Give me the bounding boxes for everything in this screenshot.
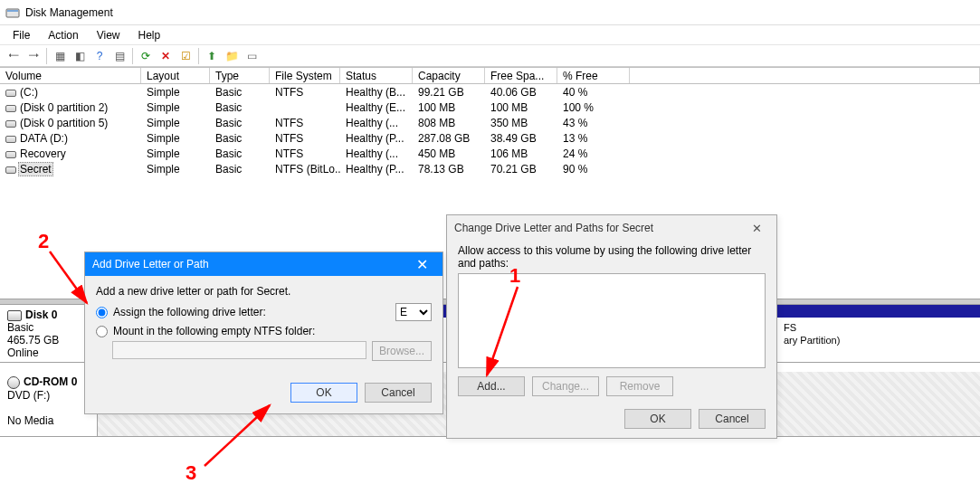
- toolbar: ⭠ ⭢ ▦ ◧ ? ▤ ⟳ ✕ ☑ ⬆ 📁 ▭: [0, 45, 980, 67]
- disk0-ntfs-label: FS: [784, 322, 796, 333]
- app-icon: [5, 5, 20, 20]
- add-ok-button[interactable]: OK: [290, 383, 357, 403]
- close-icon[interactable]: ✕: [745, 218, 769, 239]
- cdrom-label: CD-ROM 0: [24, 375, 77, 388]
- volume-icon: [5, 105, 16, 112]
- volume-icon: [5, 166, 16, 174]
- disk0-ntfs-status: ary Partition): [784, 335, 840, 346]
- toolbar-folder-icon[interactable]: 📁: [222, 47, 242, 65]
- toolbar-help-icon[interactable]: ?: [90, 47, 109, 65]
- svg-line-3: [50, 252, 87, 303]
- cdrom-info: CD-ROM 0 DVD (F:) No Media: [0, 372, 98, 436]
- menu-help[interactable]: Help: [129, 27, 170, 43]
- mount-folder-radio[interactable]: [96, 326, 108, 337]
- dialog-add-title: Add Drive Letter or Path: [92, 258, 209, 270]
- app-title: Disk Management: [25, 6, 113, 19]
- dialog-change-title: Change Drive Letter and Paths for Secret: [454, 222, 653, 234]
- disk0-info: Disk 0 Basic 465.75 GB Online: [0, 305, 98, 362]
- mount-folder-label: Mount in the following empty NTFS folder…: [113, 325, 315, 337]
- cdrom-status: No Media: [7, 414, 53, 427]
- volume-row[interactable]: DATA (D:)SimpleBasicNTFSHealthy (P...287…: [0, 131, 980, 147]
- volume-icon: [5, 120, 16, 128]
- col-layout[interactable]: Layout: [141, 68, 210, 83]
- annotation-2: 2: [38, 230, 49, 253]
- toolbar-box3-icon[interactable]: ▤: [109, 47, 129, 65]
- disk0-label: Disk 0: [25, 308, 57, 321]
- add-button[interactable]: Add...: [458, 376, 525, 396]
- disk0-size: 465.75 GB: [7, 334, 59, 346]
- col-pct[interactable]: % Free: [557, 68, 630, 83]
- volume-grid[interactable]: (C:)SimpleBasicNTFSHealthy (B...99.21 GB…: [0, 84, 980, 177]
- col-type[interactable]: Type: [210, 68, 270, 83]
- browse-button: Browse...: [372, 341, 432, 361]
- dialog-add-drive-letter: Add Drive Letter or Path ✕ Add a new dri…: [84, 252, 443, 414]
- disk0-status: Online: [7, 346, 39, 359]
- remove-button: Remove: [606, 376, 673, 396]
- disk0-type: Basic: [7, 321, 33, 334]
- add-cancel-button[interactable]: Cancel: [365, 383, 432, 403]
- drive-letter-select[interactable]: E: [395, 303, 432, 321]
- title-bar: Disk Management: [0, 0, 980, 25]
- change-button: Change...: [532, 376, 599, 396]
- drive-letter-list[interactable]: [458, 273, 766, 368]
- toolbar-new-icon[interactable]: ▭: [242, 47, 262, 65]
- volume-row[interactable]: RecoverySimpleBasicNTFSHealthy (...450 M…: [0, 147, 980, 162]
- toolbar-up-icon[interactable]: ⬆: [202, 47, 222, 65]
- annotation-3: 3: [186, 461, 196, 485]
- volume-icon: [5, 90, 16, 97]
- toolbar-forward-icon[interactable]: ⭢: [24, 47, 43, 65]
- menu-action[interactable]: Action: [39, 27, 87, 43]
- volume-row[interactable]: (Disk 0 partition 2)SimpleBasicHealthy (…: [0, 100, 980, 116]
- menu-view[interactable]: View: [88, 27, 129, 43]
- toolbar-box1-icon[interactable]: ▦: [50, 47, 70, 65]
- close-icon[interactable]: ✕: [409, 252, 435, 277]
- volume-icon: [5, 151, 16, 158]
- toolbar-refresh-icon[interactable]: ⟳: [136, 47, 156, 65]
- volume-row[interactable]: (C:)SimpleBasicNTFSHealthy (B...99.21 GB…: [0, 85, 980, 100]
- col-free[interactable]: Free Spa...: [485, 68, 557, 83]
- toolbar-box2-icon[interactable]: ◧: [70, 47, 90, 65]
- menu-bar: File Action View Help: [0, 25, 980, 45]
- col-volume[interactable]: Volume: [0, 68, 141, 83]
- volume-row[interactable]: (Disk 0 partition 5)SimpleBasicNTFSHealt…: [0, 116, 980, 131]
- toolbar-check-icon[interactable]: ☑: [176, 47, 195, 65]
- disk-icon: [7, 310, 22, 321]
- toolbar-back-icon[interactable]: ⭠: [4, 47, 24, 65]
- assign-letter-radio[interactable]: [96, 307, 108, 318]
- dialog-add-instruction: Add a new drive letter or path for Secre…: [96, 285, 432, 298]
- menu-file[interactable]: File: [4, 27, 39, 43]
- change-cancel-button[interactable]: Cancel: [699, 409, 766, 429]
- disk0-ntfs-segment[interactable]: FS ary Partition): [776, 318, 980, 362]
- toolbar-delete-icon[interactable]: ✕: [156, 47, 176, 65]
- change-ok-button[interactable]: OK: [624, 409, 691, 429]
- annotation-1: 1: [509, 264, 520, 288]
- svg-rect-1: [7, 10, 18, 12]
- col-status[interactable]: Status: [340, 68, 413, 83]
- volume-grid-header: Volume Layout Type File System Status Ca…: [0, 67, 980, 84]
- dialog-change-drive-letter: Change Drive Letter and Paths for Secret…: [446, 214, 777, 439]
- volume-icon: [5, 136, 16, 143]
- volume-row[interactable]: SecretSimpleBasicNTFS (BitLo...Healthy (…: [0, 162, 980, 177]
- mount-path-input: [112, 341, 366, 359]
- dialog-change-instruction: Allow access to this volume by using the…: [458, 244, 766, 270]
- cdrom-icon: [7, 376, 20, 389]
- assign-letter-label: Assign the following drive letter:: [113, 306, 266, 318]
- col-capacity[interactable]: Capacity: [413, 68, 485, 83]
- cdrom-dev: DVD (F:): [7, 389, 50, 402]
- col-fs[interactable]: File System: [270, 68, 340, 83]
